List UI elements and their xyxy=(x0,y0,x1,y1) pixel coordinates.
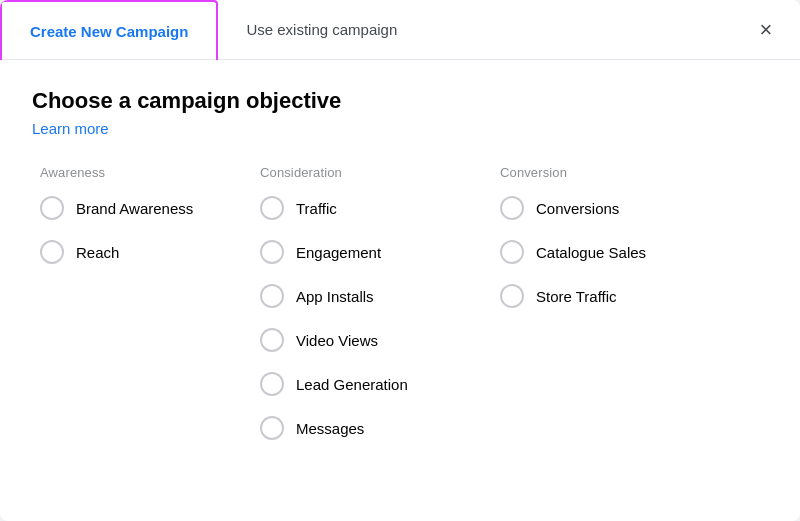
objective-conversions[interactable]: Conversions xyxy=(500,196,724,220)
objective-messages[interactable]: Messages xyxy=(260,416,484,440)
label-catalogue-sales: Catalogue Sales xyxy=(536,244,646,261)
label-brand-awareness: Brand Awareness xyxy=(76,200,193,217)
objective-engagement[interactable]: Engagement xyxy=(260,240,484,264)
radio-traffic[interactable] xyxy=(260,196,284,220)
close-button[interactable]: × xyxy=(748,12,784,48)
label-store-traffic: Store Traffic xyxy=(536,288,617,305)
radio-conversions[interactable] xyxy=(500,196,524,220)
radio-app-installs[interactable] xyxy=(260,284,284,308)
objective-traffic[interactable]: Traffic xyxy=(260,196,484,220)
label-engagement: Engagement xyxy=(296,244,381,261)
tab-create-new-campaign[interactable]: Create New Campaign xyxy=(0,0,218,60)
label-video-views: Video Views xyxy=(296,332,378,349)
column-conversion: Conversion Conversions Catalogue Sales S… xyxy=(492,165,732,460)
modal-content: Choose a campaign objective Learn more A… xyxy=(0,60,800,484)
objective-lead-generation[interactable]: Lead Generation xyxy=(260,372,484,396)
radio-store-traffic[interactable] xyxy=(500,284,524,308)
radio-messages[interactable] xyxy=(260,416,284,440)
objective-app-installs[interactable]: App Installs xyxy=(260,284,484,308)
radio-reach[interactable] xyxy=(40,240,64,264)
column-header-conversion: Conversion xyxy=(500,165,724,180)
column-header-consideration: Consideration xyxy=(260,165,484,180)
label-app-installs: App Installs xyxy=(296,288,374,305)
objective-video-views[interactable]: Video Views xyxy=(260,328,484,352)
radio-catalogue-sales[interactable] xyxy=(500,240,524,264)
column-header-awareness: Awareness xyxy=(40,165,244,180)
label-messages: Messages xyxy=(296,420,364,437)
page-title: Choose a campaign objective xyxy=(32,88,768,114)
radio-engagement[interactable] xyxy=(260,240,284,264)
tab-use-existing-campaign[interactable]: Use existing campaign xyxy=(218,0,425,59)
label-reach: Reach xyxy=(76,244,119,261)
label-traffic: Traffic xyxy=(296,200,337,217)
label-lead-generation: Lead Generation xyxy=(296,376,408,393)
radio-lead-generation[interactable] xyxy=(260,372,284,396)
objectives-grid: Awareness Brand Awareness Reach Consider… xyxy=(32,165,768,460)
column-consideration: Consideration Traffic Engagement App Ins… xyxy=(252,165,492,460)
objective-reach[interactable]: Reach xyxy=(40,240,244,264)
column-awareness: Awareness Brand Awareness Reach xyxy=(32,165,252,460)
tab-bar: Create New Campaign Use existing campaig… xyxy=(0,0,800,60)
objective-brand-awareness[interactable]: Brand Awareness xyxy=(40,196,244,220)
radio-video-views[interactable] xyxy=(260,328,284,352)
objective-store-traffic[interactable]: Store Traffic xyxy=(500,284,724,308)
campaign-modal: Create New Campaign Use existing campaig… xyxy=(0,0,800,521)
label-conversions: Conversions xyxy=(536,200,619,217)
radio-brand-awareness[interactable] xyxy=(40,196,64,220)
learn-more-link[interactable]: Learn more xyxy=(32,120,109,137)
objective-catalogue-sales[interactable]: Catalogue Sales xyxy=(500,240,724,264)
